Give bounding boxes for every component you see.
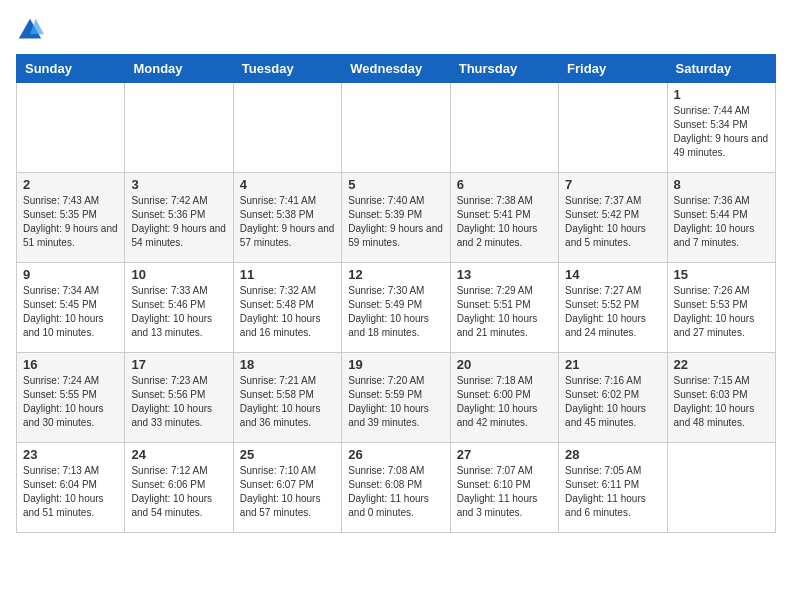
day-info: Sunrise: 7:26 AM Sunset: 5:53 PM Dayligh… (674, 284, 769, 340)
calendar-cell: 12Sunrise: 7:30 AM Sunset: 5:49 PM Dayli… (342, 263, 450, 353)
day-info: Sunrise: 7:37 AM Sunset: 5:42 PM Dayligh… (565, 194, 660, 250)
calendar-day-header: Tuesday (233, 55, 341, 83)
day-number: 12 (348, 267, 443, 282)
day-info: Sunrise: 7:40 AM Sunset: 5:39 PM Dayligh… (348, 194, 443, 250)
calendar-cell (17, 83, 125, 173)
calendar-week-row: 2Sunrise: 7:43 AM Sunset: 5:35 PM Daylig… (17, 173, 776, 263)
calendar-cell: 25Sunrise: 7:10 AM Sunset: 6:07 PM Dayli… (233, 443, 341, 533)
day-number: 24 (131, 447, 226, 462)
day-number: 7 (565, 177, 660, 192)
calendar-week-row: 16Sunrise: 7:24 AM Sunset: 5:55 PM Dayli… (17, 353, 776, 443)
calendar-cell: 24Sunrise: 7:12 AM Sunset: 6:06 PM Dayli… (125, 443, 233, 533)
calendar-week-row: 1Sunrise: 7:44 AM Sunset: 5:34 PM Daylig… (17, 83, 776, 173)
day-info: Sunrise: 7:29 AM Sunset: 5:51 PM Dayligh… (457, 284, 552, 340)
day-number: 10 (131, 267, 226, 282)
day-info: Sunrise: 7:18 AM Sunset: 6:00 PM Dayligh… (457, 374, 552, 430)
calendar-cell: 10Sunrise: 7:33 AM Sunset: 5:46 PM Dayli… (125, 263, 233, 353)
day-info: Sunrise: 7:33 AM Sunset: 5:46 PM Dayligh… (131, 284, 226, 340)
calendar-cell: 15Sunrise: 7:26 AM Sunset: 5:53 PM Dayli… (667, 263, 775, 353)
calendar-day-header: Friday (559, 55, 667, 83)
day-info: Sunrise: 7:27 AM Sunset: 5:52 PM Dayligh… (565, 284, 660, 340)
calendar-day-header: Monday (125, 55, 233, 83)
day-number: 6 (457, 177, 552, 192)
day-info: Sunrise: 7:43 AM Sunset: 5:35 PM Dayligh… (23, 194, 118, 250)
day-number: 14 (565, 267, 660, 282)
calendar-cell: 17Sunrise: 7:23 AM Sunset: 5:56 PM Dayli… (125, 353, 233, 443)
calendar-week-row: 9Sunrise: 7:34 AM Sunset: 5:45 PM Daylig… (17, 263, 776, 353)
day-info: Sunrise: 7:10 AM Sunset: 6:07 PM Dayligh… (240, 464, 335, 520)
calendar-cell: 22Sunrise: 7:15 AM Sunset: 6:03 PM Dayli… (667, 353, 775, 443)
calendar-cell: 16Sunrise: 7:24 AM Sunset: 5:55 PM Dayli… (17, 353, 125, 443)
day-info: Sunrise: 7:30 AM Sunset: 5:49 PM Dayligh… (348, 284, 443, 340)
calendar-cell: 27Sunrise: 7:07 AM Sunset: 6:10 PM Dayli… (450, 443, 558, 533)
calendar-cell: 8Sunrise: 7:36 AM Sunset: 5:44 PM Daylig… (667, 173, 775, 263)
day-info: Sunrise: 7:12 AM Sunset: 6:06 PM Dayligh… (131, 464, 226, 520)
day-number: 16 (23, 357, 118, 372)
day-number: 13 (457, 267, 552, 282)
day-number: 22 (674, 357, 769, 372)
day-number: 11 (240, 267, 335, 282)
day-number: 26 (348, 447, 443, 462)
day-number: 17 (131, 357, 226, 372)
logo-icon (16, 16, 44, 44)
day-number: 27 (457, 447, 552, 462)
day-number: 25 (240, 447, 335, 462)
calendar-cell: 1Sunrise: 7:44 AM Sunset: 5:34 PM Daylig… (667, 83, 775, 173)
day-number: 9 (23, 267, 118, 282)
calendar-cell: 5Sunrise: 7:40 AM Sunset: 5:39 PM Daylig… (342, 173, 450, 263)
day-number: 3 (131, 177, 226, 192)
calendar-cell: 28Sunrise: 7:05 AM Sunset: 6:11 PM Dayli… (559, 443, 667, 533)
calendar-cell: 23Sunrise: 7:13 AM Sunset: 6:04 PM Dayli… (17, 443, 125, 533)
calendar-cell: 4Sunrise: 7:41 AM Sunset: 5:38 PM Daylig… (233, 173, 341, 263)
day-info: Sunrise: 7:20 AM Sunset: 5:59 PM Dayligh… (348, 374, 443, 430)
calendar-cell: 26Sunrise: 7:08 AM Sunset: 6:08 PM Dayli… (342, 443, 450, 533)
day-info: Sunrise: 7:23 AM Sunset: 5:56 PM Dayligh… (131, 374, 226, 430)
calendar-day-header: Sunday (17, 55, 125, 83)
calendar-cell: 21Sunrise: 7:16 AM Sunset: 6:02 PM Dayli… (559, 353, 667, 443)
day-info: Sunrise: 7:05 AM Sunset: 6:11 PM Dayligh… (565, 464, 660, 520)
calendar-cell (667, 443, 775, 533)
day-info: Sunrise: 7:21 AM Sunset: 5:58 PM Dayligh… (240, 374, 335, 430)
day-info: Sunrise: 7:41 AM Sunset: 5:38 PM Dayligh… (240, 194, 335, 250)
day-info: Sunrise: 7:07 AM Sunset: 6:10 PM Dayligh… (457, 464, 552, 520)
day-number: 2 (23, 177, 118, 192)
day-number: 1 (674, 87, 769, 102)
day-info: Sunrise: 7:34 AM Sunset: 5:45 PM Dayligh… (23, 284, 118, 340)
calendar-cell: 9Sunrise: 7:34 AM Sunset: 5:45 PM Daylig… (17, 263, 125, 353)
calendar-day-header: Thursday (450, 55, 558, 83)
day-info: Sunrise: 7:38 AM Sunset: 5:41 PM Dayligh… (457, 194, 552, 250)
day-info: Sunrise: 7:16 AM Sunset: 6:02 PM Dayligh… (565, 374, 660, 430)
day-info: Sunrise: 7:44 AM Sunset: 5:34 PM Dayligh… (674, 104, 769, 160)
calendar-cell: 14Sunrise: 7:27 AM Sunset: 5:52 PM Dayli… (559, 263, 667, 353)
day-info: Sunrise: 7:15 AM Sunset: 6:03 PM Dayligh… (674, 374, 769, 430)
day-info: Sunrise: 7:13 AM Sunset: 6:04 PM Dayligh… (23, 464, 118, 520)
day-number: 18 (240, 357, 335, 372)
day-number: 19 (348, 357, 443, 372)
day-number: 5 (348, 177, 443, 192)
calendar-day-header: Saturday (667, 55, 775, 83)
page-header (16, 16, 776, 44)
calendar-cell: 13Sunrise: 7:29 AM Sunset: 5:51 PM Dayli… (450, 263, 558, 353)
day-number: 20 (457, 357, 552, 372)
calendar-cell (450, 83, 558, 173)
calendar-body: 1Sunrise: 7:44 AM Sunset: 5:34 PM Daylig… (17, 83, 776, 533)
calendar-cell (125, 83, 233, 173)
day-info: Sunrise: 7:32 AM Sunset: 5:48 PM Dayligh… (240, 284, 335, 340)
calendar-cell: 3Sunrise: 7:42 AM Sunset: 5:36 PM Daylig… (125, 173, 233, 263)
calendar-cell (342, 83, 450, 173)
calendar-cell (559, 83, 667, 173)
calendar-cell: 7Sunrise: 7:37 AM Sunset: 5:42 PM Daylig… (559, 173, 667, 263)
day-info: Sunrise: 7:36 AM Sunset: 5:44 PM Dayligh… (674, 194, 769, 250)
calendar-day-header: Wednesday (342, 55, 450, 83)
calendar-cell: 20Sunrise: 7:18 AM Sunset: 6:00 PM Dayli… (450, 353, 558, 443)
day-number: 23 (23, 447, 118, 462)
calendar-cell: 18Sunrise: 7:21 AM Sunset: 5:58 PM Dayli… (233, 353, 341, 443)
day-info: Sunrise: 7:08 AM Sunset: 6:08 PM Dayligh… (348, 464, 443, 520)
calendar-cell: 6Sunrise: 7:38 AM Sunset: 5:41 PM Daylig… (450, 173, 558, 263)
day-number: 21 (565, 357, 660, 372)
logo (16, 16, 48, 44)
day-number: 28 (565, 447, 660, 462)
day-number: 15 (674, 267, 769, 282)
day-info: Sunrise: 7:42 AM Sunset: 5:36 PM Dayligh… (131, 194, 226, 250)
calendar-header-row: SundayMondayTuesdayWednesdayThursdayFrid… (17, 55, 776, 83)
